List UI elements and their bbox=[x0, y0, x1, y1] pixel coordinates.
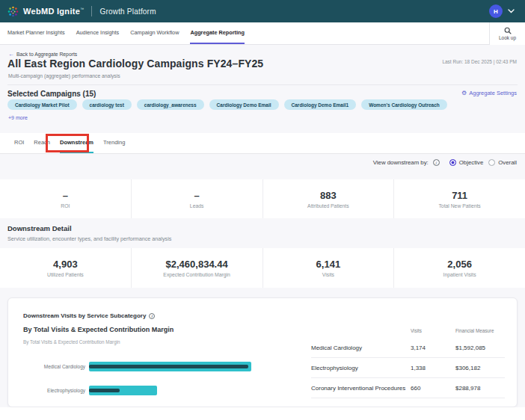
service-visits: 638 bbox=[411, 405, 455, 408]
table-row: Coronary Interventional Procedures 660 $… bbox=[311, 377, 505, 398]
campaign-chip[interactable]: cardiology test bbox=[82, 99, 132, 110]
lookup-button[interactable]: Look up bbox=[489, 22, 525, 45]
bar-label: Medical Cardiology bbox=[20, 364, 89, 369]
header-divider bbox=[7, 84, 518, 85]
view-by-label: View downstream by: bbox=[373, 159, 429, 166]
radio-option[interactable]: Objective bbox=[449, 159, 484, 166]
nav-item[interactable]: Campaign Workflow bbox=[130, 22, 179, 44]
brand-name: WebMD Ignite™ bbox=[23, 7, 84, 16]
campaign-chip[interactable]: Cardiology Demo Email bbox=[209, 99, 279, 110]
downstream-detail-heading: Downstream Detail bbox=[7, 224, 72, 232]
radio-icon[interactable] bbox=[488, 159, 495, 166]
bar-label: Electrophysiology bbox=[20, 388, 89, 393]
report-tab[interactable]: ROI bbox=[14, 133, 24, 153]
bar-financial bbox=[89, 365, 248, 368]
nav-item[interactable]: Aggregate Reporting bbox=[190, 22, 245, 44]
radio-group: Objective Overall bbox=[444, 159, 517, 166]
lookup-label: Look up bbox=[499, 35, 516, 40]
report-tab-strip: ROIReachDownstreamTrending bbox=[0, 133, 525, 154]
visits-col-header: Visits bbox=[411, 328, 455, 333]
service-financial: $1,592,085 bbox=[455, 345, 505, 351]
chart-card-title: Downstream Visits by Service Subcategory… bbox=[23, 312, 155, 319]
chart-caption: By Total Visits & Expected Contribution … bbox=[23, 339, 120, 345]
bar-visits bbox=[89, 386, 157, 395]
kpi-value: – bbox=[63, 190, 68, 201]
downstream-visits-card: Downstream Visits by Service Subcategory… bbox=[7, 297, 518, 407]
chevron-down-icon[interactable] bbox=[508, 9, 515, 13]
back-arrow-icon: ← bbox=[8, 51, 14, 58]
avatar[interactable]: H bbox=[489, 4, 503, 18]
nav-tabs: Market Planner InsightsAudience Insights… bbox=[0, 22, 525, 44]
kpi-card: 2,056 Inpatient Visits bbox=[394, 248, 525, 288]
selected-campaigns-heading: Selected Campaigns (15) bbox=[7, 90, 96, 98]
page-title: All East Region Cardiology Campaigns FY2… bbox=[7, 58, 263, 70]
kpi-label: Inpatient Visits bbox=[443, 272, 476, 277]
bar-row: Medical Cardiology bbox=[20, 361, 282, 371]
back-link-label: Back to Aggregate Reports bbox=[16, 52, 77, 57]
kpi-value: 883 bbox=[320, 190, 337, 201]
app-window: WebMD Ignite™ Growth Platform H Market P… bbox=[0, 0, 525, 420]
user-menu: H bbox=[489, 4, 518, 18]
service-visits: 660 bbox=[411, 385, 455, 392]
page-subtitle: Multi-campaign (aggregate) performance a… bbox=[8, 73, 120, 78]
table-row: Medical Cardiology 3,174 $1,592,085 bbox=[311, 338, 505, 357]
aggregate-settings-label: Aggregate Settings bbox=[469, 90, 517, 96]
report-tabs: ROIReachDownstreamTrending bbox=[0, 133, 525, 153]
service-visits: 3,174 bbox=[411, 345, 455, 351]
financial-col-header: Financial Measure bbox=[455, 328, 505, 333]
product-name: Growth Platform bbox=[99, 7, 156, 16]
report-tab[interactable]: Downstream bbox=[60, 133, 93, 153]
service-financial: $288,978 bbox=[455, 385, 505, 392]
kpi-value: 6,141 bbox=[316, 259, 341, 270]
downstream-detail-subtitle: Service utilization, encounter types, an… bbox=[7, 235, 171, 242]
campaign-chip[interactable]: Cardiology Market Pilot bbox=[7, 99, 77, 110]
kpi-label: Attributed Patients bbox=[307, 203, 349, 209]
radio-option[interactable]: Overall bbox=[488, 159, 517, 166]
radio-icon[interactable] bbox=[449, 159, 456, 166]
service-name: Coronary Interventional Procedures bbox=[311, 385, 411, 392]
back-to-aggregate-reports-link[interactable]: ← Back to Aggregate Reports bbox=[8, 51, 77, 58]
service-table-header: Visits Financial Measure bbox=[311, 328, 505, 338]
kpi-label: Utilized Patients bbox=[47, 272, 84, 277]
info-icon[interactable]: i bbox=[433, 159, 440, 166]
campaign-chip[interactable]: Women's Cardiology Outreach bbox=[361, 99, 447, 110]
kpi-label: Expected Contribution Margin bbox=[163, 272, 230, 277]
more-campaigns-link[interactable]: +9 more bbox=[8, 115, 28, 120]
page-content: ← Back to Aggregate Reports All East Reg… bbox=[0, 45, 525, 407]
kpi-value: 4,903 bbox=[53, 259, 78, 270]
radio-label: Objective bbox=[459, 159, 484, 166]
bar-financial bbox=[89, 389, 120, 392]
kpi-card: $2,460,834.44 Expected Contribution Marg… bbox=[132, 248, 263, 288]
kpi-row-objective: – ROI – Leads 883 Attributed Patients 71… bbox=[0, 179, 525, 218]
chart-card-subtitle: By Total Visits & Expected Contribution … bbox=[23, 326, 174, 333]
service-visits: 1,338 bbox=[411, 365, 455, 371]
service-name: Thoracic bbox=[311, 405, 411, 408]
kpi-card: 4,903 Utilized Patients bbox=[0, 248, 132, 288]
kpi-value: 2,056 bbox=[447, 259, 472, 270]
bar-track bbox=[89, 386, 282, 395]
campaign-chip[interactable]: Cardiology Demo Email1 bbox=[284, 99, 357, 110]
service-table: Visits Financial Measure Medical Cardiol… bbox=[311, 328, 505, 407]
trademark: ™ bbox=[80, 7, 84, 11]
campaign-chip[interactable]: cardiology_awareness bbox=[137, 99, 204, 110]
nav-item[interactable]: Market Planner Insights bbox=[7, 22, 65, 44]
bar-chart: Medical Cardiology Electrophysiology bbox=[20, 361, 282, 407]
kpi-card: 711 Total New Patients bbox=[394, 179, 525, 218]
brand-divider bbox=[91, 6, 92, 16]
kpi-card: 883 Attributed Patients bbox=[263, 179, 395, 218]
kpi-card: – Leads bbox=[132, 179, 263, 218]
view-downstream-by-control: View downstream by: i Objective Overall bbox=[373, 159, 517, 166]
kpi-value: – bbox=[194, 190, 200, 201]
kpi-card: 6,141 Visits bbox=[263, 248, 395, 288]
bar-track bbox=[89, 362, 282, 371]
aggregate-settings-button[interactable]: ⚙ Aggregate Settings bbox=[461, 90, 517, 96]
nav-item[interactable]: Audience Insights bbox=[76, 22, 120, 44]
service-name: Electrophysiology bbox=[311, 365, 411, 371]
kpi-value: 711 bbox=[452, 190, 467, 201]
radio-label: Overall bbox=[498, 159, 517, 166]
report-tab[interactable]: Trending bbox=[103, 133, 125, 153]
info-icon[interactable]: i bbox=[149, 313, 155, 319]
bar-visits bbox=[89, 362, 251, 371]
webmd-ignite-logo-icon bbox=[7, 6, 19, 17]
report-tab[interactable]: Reach bbox=[34, 133, 50, 153]
